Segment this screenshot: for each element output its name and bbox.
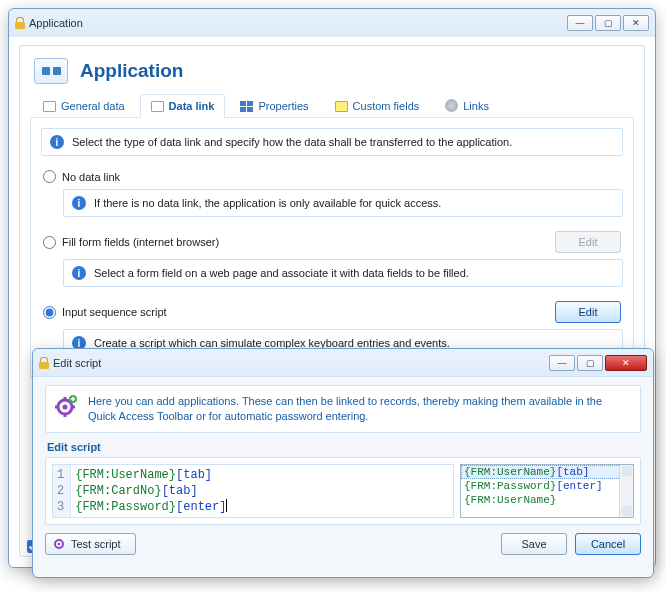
document-icon — [335, 101, 348, 112]
radio-fill-form[interactable] — [43, 236, 56, 249]
info-icon: i — [50, 135, 64, 149]
line-number-gutter: 1 2 3 — [53, 465, 71, 517]
info-icon: i — [72, 266, 86, 280]
cancel-button[interactable]: Cancel — [575, 533, 641, 555]
lock-icon — [39, 357, 49, 369]
page-icon — [43, 101, 56, 112]
dialog-close-button[interactable]: ✕ — [605, 355, 647, 371]
autocomplete-item[interactable]: {FRM:Password}[enter] — [461, 479, 633, 493]
svg-point-1 — [63, 405, 68, 410]
tab-custom-fields[interactable]: Custom fields — [324, 94, 431, 118]
intro-text: Select the type of data link and specify… — [72, 136, 512, 148]
button-label: Test script — [71, 538, 121, 550]
dialog-minimize-button[interactable]: — — [549, 355, 575, 371]
option-fill-form[interactable]: Fill form fields (internet browser) Edit — [41, 227, 623, 259]
intro-info: i Select the type of data link and speci… — [41, 128, 623, 156]
gear-icon — [52, 537, 66, 551]
dialog-intro-text: Here you can add applications. These can… — [88, 394, 632, 424]
gear-plus-icon — [54, 394, 78, 418]
info-icon: i — [72, 196, 86, 210]
tab-links[interactable]: Links — [434, 93, 500, 118]
tab-general-data[interactable]: General data — [32, 94, 136, 118]
dialog-maximize-button[interactable]: ▢ — [577, 355, 603, 371]
tab-body-data-link: i Select the type of data link and speci… — [30, 118, 634, 378]
line-number: 1 — [57, 467, 64, 483]
main-titlebar[interactable]: Application — ▢ ✕ — [9, 9, 655, 37]
tab-strip: General data Data link Properties Custom… — [30, 92, 634, 118]
script-editor[interactable]: 1 2 3 {FRM:UserName}[tab] {FRM:CardNo}[t… — [52, 464, 454, 518]
link-icon — [445, 99, 458, 112]
grid-icon — [240, 101, 253, 112]
close-button[interactable]: ✕ — [623, 15, 649, 31]
option-label: Input sequence script — [62, 306, 167, 318]
autocomplete-item[interactable]: {FRM:UserName} — [461, 493, 633, 507]
test-script-button[interactable]: Test script — [45, 533, 136, 555]
autocomplete-item[interactable]: {FRM:UserName}[tab] — [461, 465, 633, 479]
tab-label: Data link — [169, 100, 215, 112]
radio-input-script[interactable] — [43, 306, 56, 319]
dialog-intro: Here you can add applications. These can… — [45, 385, 641, 433]
line-number: 2 — [57, 483, 64, 499]
tab-properties[interactable]: Properties — [229, 94, 319, 118]
app-header: Application — [30, 54, 634, 92]
edit-form-button: Edit — [555, 231, 621, 253]
application-icon — [34, 58, 68, 84]
autocomplete-list[interactable]: {FRM:UserName}[tab] {FRM:Password}[enter… — [460, 464, 634, 518]
info-text: If there is no data link, the applicatio… — [94, 197, 441, 209]
edit-script-dialog: Edit script — ▢ ✕ Here you can add appli… — [32, 348, 654, 578]
tab-label: Properties — [258, 100, 308, 112]
page-icon — [151, 101, 164, 112]
edit-script-section-label: Edit script — [45, 439, 641, 457]
code-line[interactable]: {FRM:Password}[enter] — [75, 499, 227, 515]
tab-label: Custom fields — [353, 100, 420, 112]
page-title: Application — [80, 60, 183, 82]
option-input-script[interactable]: Input sequence script Edit — [41, 297, 623, 329]
option-no-data-link-info: i If there is no data link, the applicat… — [63, 189, 623, 217]
minimize-button[interactable]: — — [567, 15, 593, 31]
code-line[interactable]: {FRM:UserName}[tab] — [75, 467, 227, 483]
main-window-title: Application — [29, 17, 83, 29]
tab-data-link[interactable]: Data link — [140, 94, 226, 118]
dialog-body: Here you can add applications. These can… — [33, 377, 653, 563]
option-fill-form-info: i Select a form field on a web page and … — [63, 259, 623, 287]
text-caret — [226, 499, 227, 512]
option-label: No data link — [62, 171, 120, 183]
dialog-titlebar[interactable]: Edit script — ▢ ✕ — [33, 349, 653, 377]
code-line[interactable]: {FRM:CardNo}[tab] — [75, 483, 227, 499]
dialog-footer: Test script Save Cancel — [45, 525, 641, 555]
tab-label: General data — [61, 100, 125, 112]
autocomplete-scrollbar[interactable] — [619, 465, 633, 517]
svg-point-8 — [58, 542, 61, 545]
dialog-title: Edit script — [53, 357, 101, 369]
line-number: 3 — [57, 499, 64, 515]
editor-area: 1 2 3 {FRM:UserName}[tab] {FRM:CardNo}[t… — [45, 457, 641, 525]
radio-no-data-link[interactable] — [43, 170, 56, 183]
info-text: Select a form field on a web page and as… — [94, 267, 469, 279]
edit-script-button[interactable]: Edit — [555, 301, 621, 323]
lock-icon — [15, 17, 25, 29]
tab-label: Links — [463, 100, 489, 112]
option-no-data-link[interactable]: No data link — [41, 166, 623, 189]
code-lines[interactable]: {FRM:UserName}[tab] {FRM:CardNo}[tab] {F… — [71, 465, 231, 517]
maximize-button[interactable]: ▢ — [595, 15, 621, 31]
option-label: Fill form fields (internet browser) — [62, 236, 219, 248]
save-button[interactable]: Save — [501, 533, 567, 555]
